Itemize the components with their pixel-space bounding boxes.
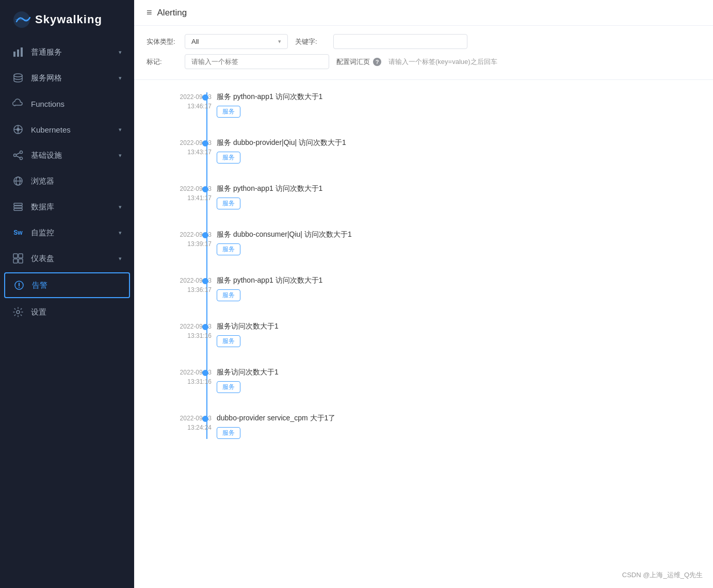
timeline-body: 服务 python-app1 访问次数大于1 服务 [217,92,692,118]
chevron-icon: ▾ [119,152,122,159]
timeline-body: 服务 python-app1 访问次数大于1 服务 [217,276,692,301]
chevron-icon: ▾ [119,204,122,210]
sidebar-item-database[interactable]: 数据库 ▾ [0,194,134,220]
sidebar-item-alerting[interactable]: 告警 [4,272,130,298]
entity-type-select[interactable]: All ▾ [185,34,288,49]
timeline-dot [202,232,208,238]
timeline-tag[interactable]: 服务 [217,335,240,347]
glossary-label: 配置词汇页 [336,57,370,67]
svg-point-12 [20,151,23,154]
tag-hint: 请输入一个标签(key=value)之后回车 [388,57,497,67]
timeline-item: 2022-09-1313:43:17 服务 dubbo-provider|Qiu… [217,138,692,164]
chevron-icon: ▾ [119,75,122,81]
svg-point-11 [14,154,17,157]
sidebar-item-kubernetes[interactable]: Kubernetes ▾ [0,117,134,142]
sidebar-item-self-monitor[interactable]: Sw 自监控 ▾ [0,220,134,246]
timeline-tag[interactable]: 服务 [217,106,240,118]
timeline-dot [202,370,208,376]
glossary-button[interactable]: 配置词汇页 ? [336,57,381,67]
kubernetes-icon [12,124,24,135]
chevron-icon: ▾ [119,126,122,133]
timeline-title: 服务 dubbo-consumer|Qiu| 访问次数大于1 [217,230,692,239]
page-title: Alerting [157,8,187,18]
sidebar-item-browser[interactable]: 浏览器 [0,168,134,194]
tag-input[interactable] [185,54,329,69]
timeline-title: 服务访问次数大于1 [217,368,692,377]
timeline-body: dubbo-provider service_cpm 大于1了 服务 [217,414,692,439]
sidebar-item-service-mesh[interactable]: 服务网格 ▾ [0,65,134,91]
svg-point-4 [14,74,22,77]
page-header: ≡ Alerting [134,0,713,26]
svg-rect-20 [14,206,22,208]
timeline-items: 2022-09-1313:46:17 服务 python-app1 访问次数大于… [217,92,692,439]
chart-icon [12,46,24,58]
sidebar-logo: Skywalking [0,0,134,39]
timeline-item: 2022-09-1313:41:17 服务 python-app1 访问次数大于… [217,184,692,209]
alert-icon [13,280,25,291]
timeline-body: 服务访问次数大于1 服务 [217,368,692,393]
timeline-body: 服务 dubbo-consumer|Qiu| 访问次数大于1 服务 [217,230,692,255]
timeline-tag[interactable]: 服务 [217,289,240,301]
svg-rect-22 [13,254,18,258]
sidebar-navigation: 普通服务 ▾ 服务网格 ▾ Functions Kubernetes ▾ [0,39,134,588]
svg-rect-23 [19,254,23,258]
timeline-tag[interactable]: 服务 [217,198,240,209]
timeline-dot [202,94,208,101]
timeline-item: 2022-09-1313:24:24 dubbo-provider servic… [217,414,692,439]
svg-rect-3 [21,47,23,57]
timeline-title: 服务访问次数大于1 [217,322,692,331]
app-title: Skywalking [35,13,102,26]
timeline-tag[interactable]: 服务 [217,243,240,255]
timeline-title: 服务 python-app1 访问次数大于1 [217,92,692,102]
svg-rect-21 [14,208,22,210]
nodes-icon [12,150,24,161]
svg-point-28 [19,287,20,288]
entity-type-label: 实体类型: [147,37,177,46]
filter-row-1: 实体类型: All ▾ 关键字: [147,34,701,49]
timeline-body: 服务访问次数大于1 服务 [217,322,692,347]
watermark: CSDN @上海_运维_Q先生 [622,570,703,580]
sidebar-item-dashboard[interactable]: 仪表盘 ▾ [0,246,134,271]
timeline-title: 服务 python-app1 访问次数大于1 [217,276,692,285]
layers-icon [12,72,24,84]
timeline-tag[interactable]: 服务 [217,427,240,439]
timeline-title: dubbo-provider service_cpm 大于1了 [217,414,692,423]
keyword-label: 关键字: [295,37,326,46]
tag-label: 标记: [147,57,177,67]
entity-type-value: All [191,38,274,45]
select-arrow-icon: ▾ [278,38,281,45]
svg-rect-2 [17,50,19,57]
timeline-dot [202,186,208,192]
sidebar-item-infrastructure[interactable]: 基础设施 ▾ [0,142,134,168]
svg-line-14 [16,153,20,155]
timeline-title: 服务 dubbo-provider|Qiu| 访问次数大于1 [217,138,692,148]
svg-rect-19 [14,203,22,205]
cloud-icon [12,98,24,109]
svg-point-29 [17,311,20,314]
keyword-input[interactable] [333,34,467,49]
chevron-icon: ▾ [119,255,122,262]
timeline-dot [202,416,208,422]
sidebar: Skywalking 普通服务 ▾ 服务网格 ▾ Functions [0,0,134,588]
svg-line-15 [16,156,20,158]
timeline-dot [202,324,208,330]
timeline-dot [202,278,208,284]
sidebar-item-settings[interactable]: 设置 [0,299,134,325]
timeline-tag[interactable]: 服务 [217,152,240,164]
timeline-dot [202,140,208,146]
sidebar-item-normal-service[interactable]: 普通服务 ▾ [0,39,134,65]
globe-icon [12,175,24,187]
sw-icon: Sw [12,227,24,238]
skywalking-logo-icon [12,10,31,29]
timeline-tag[interactable]: 服务 [217,381,240,393]
filter-row-2: 标记: 配置词汇页 ? 请输入一个标签(key=value)之后回车 [147,54,701,69]
dashboard-icon [12,253,24,264]
svg-rect-25 [19,259,23,263]
timeline-body: 服务 python-app1 访问次数大于1 服务 [217,184,692,209]
chevron-icon: ▾ [119,230,122,236]
svg-point-6 [17,128,20,131]
main-content: ≡ Alerting 实体类型: All ▾ 关键字: 标记: 配置词汇页 ? … [134,0,713,588]
timeline-item: 2022-09-1313:31:16 服务访问次数大于1 服务 [217,368,692,393]
sidebar-item-functions[interactable]: Functions [0,91,134,117]
timeline-item: 2022-09-1313:46:17 服务 python-app1 访问次数大于… [217,92,692,118]
